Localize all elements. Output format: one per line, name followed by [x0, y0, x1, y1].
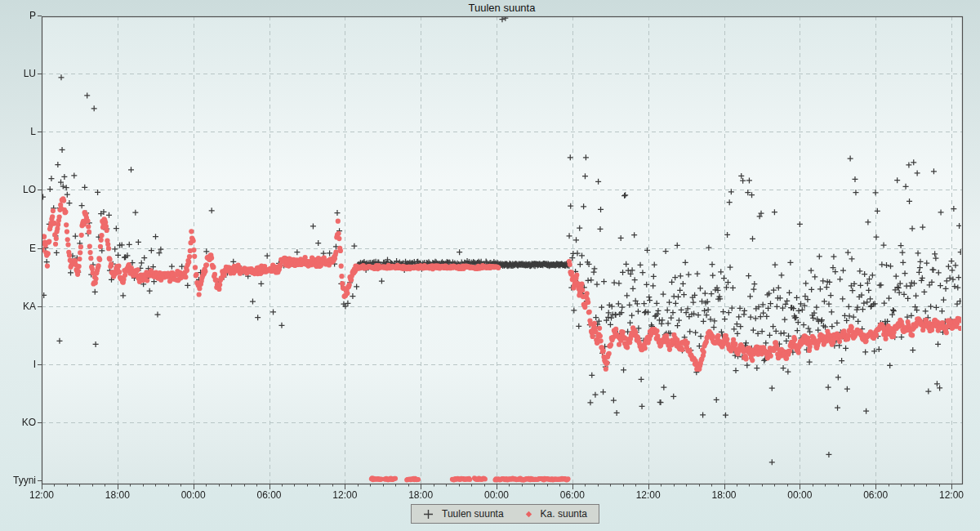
y-tick-label-lu: LU: [0, 68, 36, 79]
x-tick-label: 18:00: [698, 489, 751, 501]
x-tick-label: 00:00: [167, 489, 220, 501]
legend-item-average-direction: Ka. suunta: [525, 508, 587, 520]
y-tick-label-ko: KO: [0, 417, 36, 428]
y-tick-label-lo: LO: [0, 184, 36, 195]
legend: Tuulen suunta Ka. suunta: [411, 504, 599, 524]
plus-marker-icon: [423, 509, 434, 520]
diamond-marker-icon: [525, 511, 532, 518]
y-tick-label-ka: KA: [0, 301, 36, 312]
y-tick-label-e: E: [0, 243, 36, 254]
y-tick-label-i: I: [0, 359, 36, 370]
y-tick-label-p: P: [0, 10, 36, 21]
legend-label: Tuulen suunta: [442, 508, 504, 520]
x-tick-label: 12:00: [318, 489, 371, 501]
y-tick-label-tyyni: Tyyni: [0, 475, 36, 486]
x-tick-label: 18:00: [91, 489, 144, 501]
x-tick-label: 06:00: [243, 489, 296, 501]
x-tick-label: 00:00: [470, 489, 523, 501]
x-tick-label: 06:00: [546, 489, 599, 501]
legend-label: Ka. suunta: [541, 508, 587, 520]
x-tick-label: 12:00: [622, 489, 675, 501]
x-tick-label: 12:00: [16, 489, 68, 501]
x-tick-label: 06:00: [849, 489, 902, 501]
y-tick-label-l: L: [0, 126, 36, 137]
x-tick-label: 00:00: [773, 489, 826, 501]
plot-canvas: [0, 0, 980, 531]
wind-direction-chart-page: Tuulen suunta PLULLOEKAIKOTyyni 12:0018:…: [0, 0, 980, 531]
legend-item-wind-direction: Tuulen suunta: [423, 508, 504, 520]
x-tick-label: 18:00: [394, 489, 447, 501]
x-tick-label: 12:00: [925, 489, 978, 501]
